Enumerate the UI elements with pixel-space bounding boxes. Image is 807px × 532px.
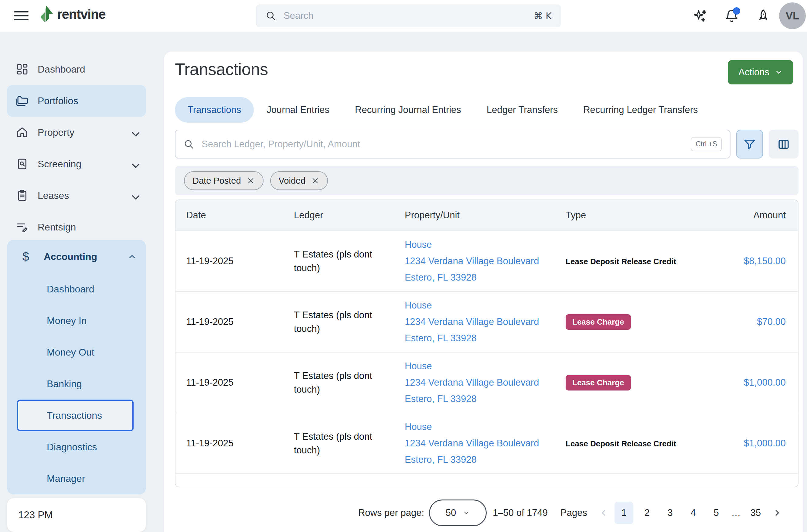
type-badge: Lease Charge <box>565 314 631 330</box>
sidebar-item-acct-dashboard[interactable]: Dashboard <box>7 273 146 305</box>
sidebar-item-portfolios[interactable]: Portfolios <box>7 85 146 117</box>
type-label: Lease Deposit Release Credit <box>565 439 676 448</box>
close-icon[interactable] <box>311 176 320 185</box>
page-button-5[interactable]: 5 <box>707 502 726 524</box>
chevron-down-icon <box>129 159 138 169</box>
property-link[interactable]: Estero, FL 33928 <box>405 452 565 468</box>
sidebar-item-acct-manager[interactable]: Manager <box>7 463 146 494</box>
property-link[interactable]: Estero, FL 33928 <box>405 269 565 286</box>
sparkles-icon[interactable] <box>693 8 707 23</box>
sidebar-item-dashboard[interactable]: Dashboard <box>7 54 146 85</box>
pages-label: Pages <box>560 508 587 518</box>
sidebar-item-label: Leases <box>38 190 69 201</box>
sidebar-item-acct-banking[interactable]: Banking <box>7 368 146 400</box>
sidebar-item-label: Money Out <box>47 347 94 358</box>
filter-chip-label: Voided <box>279 176 306 186</box>
filter-chip-voided[interactable]: Voided <box>270 171 328 190</box>
cell-type: Lease Deposit Release Credit <box>565 256 714 267</box>
sidebar-item-label: Diagnostics <box>47 441 97 453</box>
cell-date: 11-19-2025 <box>175 438 294 449</box>
rows-per-page-select[interactable]: 50 <box>429 499 487 526</box>
actions-button-label: Actions <box>738 67 769 78</box>
main-content: Transactions Actions Transactions Journa… <box>164 52 803 532</box>
sidebar-item-acct-diagnostics[interactable]: Diagnostics <box>7 431 146 463</box>
app-logo[interactable]: rentvine <box>39 5 105 23</box>
column-header-property: Property/Unit <box>405 210 565 221</box>
amount-link[interactable]: $8,150.00 <box>744 256 786 266</box>
property-link[interactable]: Estero, FL 33928 <box>405 391 565 407</box>
actions-button[interactable]: Actions <box>728 60 793 84</box>
tab-journal-entries[interactable]: Journal Entries <box>254 97 342 123</box>
property-link[interactable]: House <box>405 419 565 435</box>
sidebar-item-acct-money-in[interactable]: Money In <box>7 305 146 337</box>
bell-icon[interactable] <box>725 8 739 23</box>
dollar-icon: $ <box>22 250 36 264</box>
sidebar-item-leases[interactable]: Leases <box>7 180 146 211</box>
sidebar-item-label: Accounting <box>44 251 97 262</box>
sidebar-item-label: Screening <box>38 158 81 170</box>
filter-chip-date-posted[interactable]: Date Posted <box>184 171 264 190</box>
property-link[interactable]: Estero, FL 33928 <box>405 330 565 346</box>
notification-dot <box>733 7 740 15</box>
tab-bar: Transactions Journal Entries Recurring J… <box>175 97 799 123</box>
page-button-1[interactable]: 1 <box>615 502 633 524</box>
sidebar-group-accounting: $ Accounting Dashboard Money In Money Ou… <box>7 240 146 494</box>
sidebar-item-acct-transactions[interactable]: Transactions <box>17 400 134 431</box>
search-shortcut-badge: Ctrl +S <box>691 137 722 151</box>
page-button-35[interactable]: 35 <box>746 502 765 524</box>
chevron-left-icon <box>597 504 610 522</box>
tab-recurring-journal-entries[interactable]: Recurring Journal Entries <box>342 97 474 123</box>
amount-link[interactable]: $1,000.00 <box>744 438 786 449</box>
menu-icon[interactable] <box>14 9 28 22</box>
sidebar-item-rentsign[interactable]: Rentsign <box>7 211 146 243</box>
page-button-4[interactable]: 4 <box>684 502 703 524</box>
global-search[interactable]: ⌘ K <box>256 4 561 27</box>
close-icon[interactable] <box>247 176 255 185</box>
tab-transactions[interactable]: Transactions <box>175 97 254 123</box>
active-filters-bar: Date Posted Voided <box>175 166 799 195</box>
chevron-down-icon <box>129 128 138 137</box>
cell-date: 11-19-2025 <box>175 317 294 327</box>
property-link[interactable]: 1234 Verdana Village Boulevard <box>405 375 565 391</box>
property-link[interactable]: 1234 Verdana Village Boulevard <box>405 314 565 330</box>
column-header-ledger: Ledger <box>294 210 405 221</box>
columns-icon <box>777 138 790 151</box>
columns-button[interactable] <box>769 130 799 158</box>
sidebar-clock: 123 PM <box>7 498 146 532</box>
amount-link[interactable]: $1,000.00 <box>744 377 786 388</box>
avatar[interactable]: VL <box>779 2 806 29</box>
tab-ledger-transfers[interactable]: Ledger Transfers <box>474 97 571 123</box>
cell-amount: $70.00 <box>714 317 798 327</box>
ledger-search[interactable]: Ctrl +S <box>175 130 730 158</box>
rocket-icon[interactable] <box>756 8 771 23</box>
logo-text: rentvine <box>57 7 105 22</box>
property-link[interactable]: House <box>405 236 565 253</box>
tab-recurring-ledger-transfers[interactable]: Recurring Ledger Transfers <box>571 97 710 123</box>
folders-icon <box>16 94 28 107</box>
property-link[interactable]: 1234 Verdana Village Boulevard <box>405 435 565 452</box>
amount-link[interactable]: $70.00 <box>757 317 786 327</box>
cell-property: House 1234 Verdana Village Boulevard Est… <box>405 297 565 346</box>
property-link[interactable]: House <box>405 358 565 375</box>
cell-type: Lease Deposit Release Credit <box>565 438 714 449</box>
column-header-date: Date <box>175 210 294 221</box>
sidebar-item-label: Rentsign <box>38 222 76 233</box>
topbar-actions: VL <box>693 0 806 32</box>
table-row: 11-19-2025 T Estates (pls dont touch) Ho… <box>175 352 798 413</box>
filter-button[interactable] <box>736 130 763 158</box>
ledger-search-input[interactable] <box>201 139 691 150</box>
global-search-input[interactable] <box>284 10 534 21</box>
clipboard-icon <box>16 189 28 202</box>
chevron-right-icon[interactable] <box>771 504 783 522</box>
page-list: 1 2 3 4 5 … 35 <box>615 502 765 524</box>
page-button-2[interactable]: 2 <box>638 502 656 524</box>
sidebar-item-property[interactable]: Property <box>7 117 146 148</box>
page-button-3[interactable]: 3 <box>661 502 679 524</box>
sidebar-item-acct-money-out[interactable]: Money Out <box>7 337 146 368</box>
property-link[interactable]: House <box>405 297 565 314</box>
table-header: Date Ledger Property/Unit Type Amount <box>175 200 798 230</box>
chevron-down-icon <box>463 509 470 516</box>
sidebar-item-screening[interactable]: Screening <box>7 148 146 180</box>
sidebar-item-accounting[interactable]: $ Accounting <box>7 240 146 273</box>
property-link[interactable]: 1234 Verdana Village Boulevard <box>405 253 565 269</box>
